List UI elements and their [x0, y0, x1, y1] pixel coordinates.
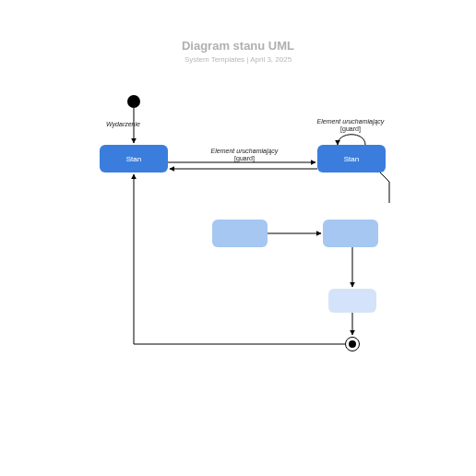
trigger-top-text: Element uruchamiający	[317, 118, 385, 125]
state-right: Stan	[317, 145, 386, 173]
state-right-label: Stan	[344, 155, 359, 163]
final-state-inner	[349, 340, 356, 348]
edge-final-to-left	[134, 174, 345, 344]
event-label: Wydarzenie	[106, 121, 171, 128]
guard-top-text: [guard]	[304, 125, 397, 133]
edge-right-down	[380, 173, 389, 203]
initial-state	[127, 95, 140, 108]
state-left-label: Stan	[126, 155, 141, 163]
state-left: Stan	[100, 145, 168, 173]
trigger-mid-label: Element uruchamiający [guard]	[198, 148, 291, 163]
substate-2	[323, 220, 378, 247]
substate-3	[328, 289, 376, 313]
substate-1	[212, 220, 268, 247]
edge-right-selfloop	[338, 135, 365, 145]
final-state	[345, 337, 360, 351]
guard-mid-text: [guard]	[198, 155, 291, 162]
trigger-mid-text: Element uruchamiający	[211, 148, 279, 154]
event-label-text: Wydarzenie	[106, 121, 140, 127]
trigger-top-label: Element uruchamiający [guard]	[304, 118, 397, 134]
diagram-canvas: Stan Stan Wydarzenie Element uruchamiają…	[0, 0, 476, 476]
